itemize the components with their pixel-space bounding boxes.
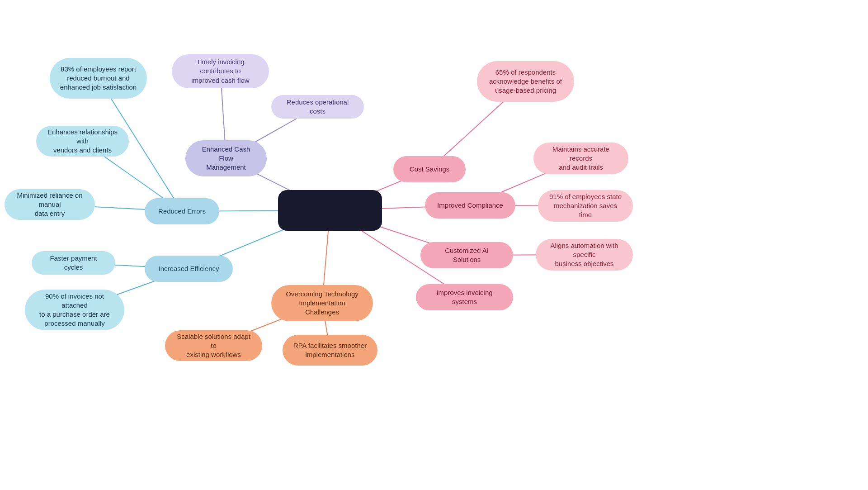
employees-burnout-node: 83% of employees reportreduced burnout a… xyxy=(50,58,147,99)
reduces-costs-node: Reduces operational costs xyxy=(271,95,364,119)
center-node xyxy=(278,190,382,231)
enhances-relationships-node: Enhances relationships withvendors and c… xyxy=(36,126,129,157)
increased-efficiency-node: Increased Efficiency xyxy=(145,256,233,282)
timely-invoicing-node: Timely invoicing contributes toimproved … xyxy=(172,54,269,88)
faster-payment-node: Faster payment cycles xyxy=(32,251,115,275)
invoices-purchase-node: 90% of invoices not attachedto a purchas… xyxy=(25,290,124,330)
improved-compliance-node: Improved Compliance xyxy=(425,192,515,219)
accurate-records-node: Maintains accurate recordsand audit trai… xyxy=(533,143,628,174)
enhanced-cash-flow-label: Enhanced Cash FlowManagement xyxy=(195,145,257,172)
cost-savings-node: Cost Savings xyxy=(393,156,466,182)
minimized-reliance-node: Minimized reliance on manualdata entry xyxy=(5,189,95,220)
scalable-solutions-node: Scalable solutions adapt toexisting work… xyxy=(165,330,262,361)
enhanced-cash-flow-node: Enhanced Cash FlowManagement xyxy=(185,140,267,176)
rpa-node: RPA facilitates smootherimplementations xyxy=(283,335,377,366)
overcoming-tech-node: Overcoming TechnologyImplementation Chal… xyxy=(271,285,373,321)
mechanization-saves-node: 91% of employees statemechanization save… xyxy=(538,190,633,222)
reduced-errors-node: Reduced Errors xyxy=(145,198,219,224)
improves-invoicing-node: Improves invoicing systems xyxy=(416,284,513,310)
customized-ai-node: Customized AI Solutions xyxy=(420,242,513,268)
respondents-pricing-node: 65% of respondentsacknowledge benefits o… xyxy=(477,61,574,102)
aligns-automation-node: Aligns automation with specificbusiness … xyxy=(536,239,633,271)
mind-map: Enhanced Cash FlowManagement Timely invo… xyxy=(0,0,868,490)
